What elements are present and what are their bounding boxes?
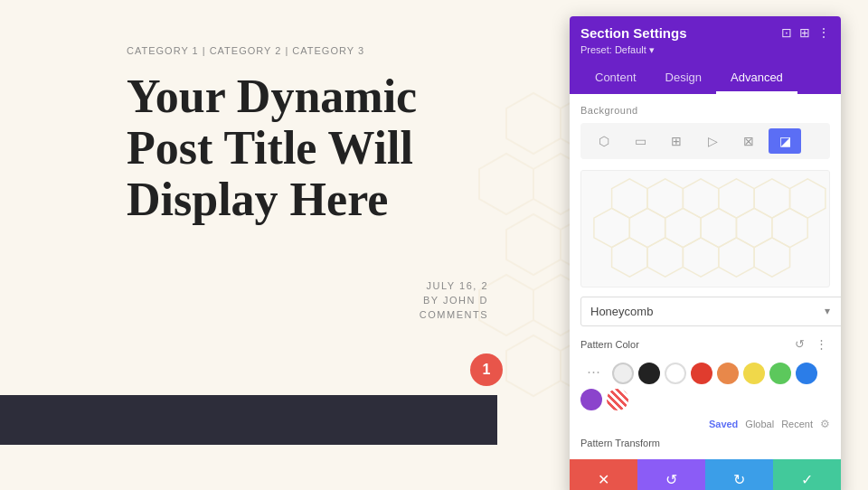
swatch-black[interactable] [638, 363, 660, 384]
expand-icon[interactable]: ⊞ [799, 25, 810, 41]
svg-marker-27 [665, 208, 701, 247]
svg-marker-21 [683, 179, 718, 218]
swatch-striped[interactable] [607, 389, 628, 410]
saved-label[interactable]: Saved [709, 419, 738, 429]
swatch-blue[interactable] [796, 363, 817, 384]
swatch-transparent[interactable] [612, 363, 634, 384]
pattern-color-label: Pattern Color [580, 339, 785, 350]
bg-type-video[interactable]: ▷ [696, 128, 729, 154]
post-meta: JULY 16, 2 BY JOHN D COMMENTS [127, 280, 488, 320]
global-label[interactable]: Global [745, 419, 774, 429]
bg-type-image[interactable]: ⊞ [660, 128, 693, 154]
svg-marker-25 [594, 208, 629, 247]
panel-preset[interactable]: Preset: Default ▾ [580, 44, 830, 56]
swatch-green[interactable] [769, 363, 791, 384]
svg-marker-16 [506, 335, 561, 396]
post-comments: COMMENTS [127, 309, 488, 320]
svg-marker-34 [719, 238, 754, 277]
tab-content[interactable]: Content [580, 63, 651, 94]
tab-design[interactable]: Design [651, 63, 716, 94]
more-color-icon[interactable]: ⋮ [812, 335, 830, 353]
svg-marker-35 [754, 238, 789, 277]
pattern-dropdown[interactable]: Honeycomb Diagonal Polka Dots Grid Strip… [580, 297, 841, 326]
sgr-settings-icon[interactable]: ⚙ [820, 418, 830, 430]
panel-action-bar: ✕ ↺ ↻ ✓ [570, 459, 841, 490]
sgr-row: Saved Global Recent ⚙ [580, 418, 830, 430]
more-swatches[interactable]: ··· [580, 363, 608, 384]
pattern-color-row: Pattern Color ↺ ⋮ [580, 335, 830, 353]
post-date: JULY 16, 2 [127, 280, 488, 291]
confirm-button[interactable]: ✓ [773, 459, 841, 490]
svg-marker-19 [612, 179, 647, 218]
swatch-red[interactable] [691, 363, 712, 384]
undo-button[interactable]: ↺ [637, 459, 705, 490]
cancel-button[interactable]: ✕ [570, 459, 637, 490]
bottom-bar [0, 395, 497, 445]
blog-content: CATEGORY 1 | CATEGORY 2 | CATEGORY 3 You… [127, 45, 488, 324]
section-settings-panel: Section Settings ⊡ ⊞ ⋮ Preset: Default ▾… [570, 16, 841, 490]
post-title: Your Dynamic Post Title Will Display Her… [127, 71, 488, 226]
panel-title-icons: ⊡ ⊞ ⋮ [781, 25, 830, 41]
svg-marker-20 [647, 179, 683, 218]
svg-marker-23 [754, 179, 789, 218]
svg-marker-26 [629, 208, 665, 247]
panel-tabs: Content Design Advanced [580, 63, 830, 94]
bg-type-gradient[interactable]: ▭ [624, 128, 656, 154]
bg-type-color[interactable]: ⬡ [588, 128, 620, 154]
bg-type-mask[interactable]: ⊠ [732, 128, 765, 154]
panel-title: Section Settings [580, 25, 687, 41]
pattern-dropdown-row: Honeycomb Diagonal Polka Dots Grid Strip… [580, 297, 830, 326]
svg-marker-29 [736, 208, 771, 247]
panel-title-row: Section Settings ⊡ ⊞ ⋮ [580, 25, 830, 41]
step-indicator: 1 [470, 353, 503, 386]
more-options-icon[interactable]: ⋮ [817, 25, 830, 41]
svg-marker-24 [790, 179, 826, 218]
svg-marker-22 [719, 179, 754, 218]
svg-marker-33 [683, 238, 718, 277]
svg-marker-30 [772, 208, 807, 247]
swatch-white[interactable] [665, 363, 686, 384]
redo-button[interactable]: ↻ [705, 459, 773, 490]
svg-marker-32 [647, 238, 683, 277]
svg-marker-28 [701, 208, 736, 247]
pattern-transform-label: Pattern Transform [580, 438, 830, 448]
tab-advanced[interactable]: Advanced [716, 63, 797, 94]
refresh-icon[interactable]: ↺ [790, 335, 808, 353]
color-row-icons: ↺ ⋮ [790, 335, 830, 353]
swatch-orange[interactable] [717, 363, 739, 384]
svg-marker-0 [506, 93, 561, 154]
minimize-icon[interactable]: ⊡ [781, 25, 792, 41]
panel-header: Section Settings ⊡ ⊞ ⋮ Preset: Default ▾… [570, 16, 841, 94]
background-label: Background [580, 105, 830, 116]
swatch-yellow[interactable] [743, 363, 765, 384]
swatch-purple[interactable] [580, 389, 602, 410]
categories: CATEGORY 1 | CATEGORY 2 | CATEGORY 3 [127, 45, 488, 56]
recent-label[interactable]: Recent [781, 419, 813, 429]
color-swatches-row: ··· [580, 363, 830, 410]
panel-body: Background ⬡ ▭ ⊞ ▷ ⊠ ◪ [570, 94, 841, 459]
svg-marker-8 [506, 214, 561, 275]
pattern-preview [580, 170, 830, 287]
bg-type-pattern[interactable]: ◪ [769, 128, 801, 154]
svg-marker-31 [612, 238, 647, 277]
post-author: BY JOHN D [127, 295, 488, 306]
bg-type-row: ⬡ ▭ ⊞ ▷ ⊠ ◪ [580, 123, 830, 159]
